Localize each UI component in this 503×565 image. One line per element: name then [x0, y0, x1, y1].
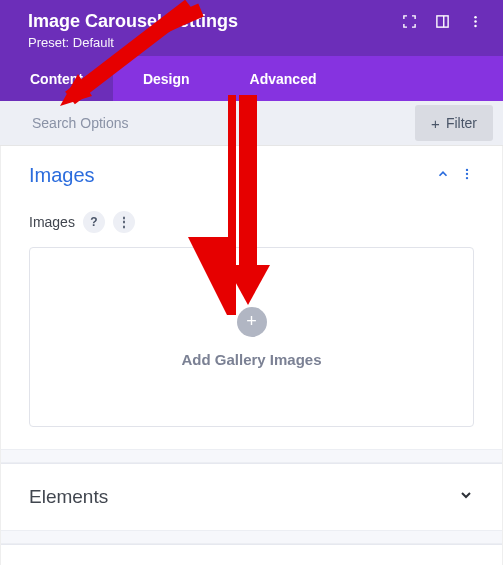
filter-label: Filter [446, 115, 477, 131]
chevron-up-icon[interactable] [436, 167, 450, 185]
plus-circle-icon: + [237, 307, 267, 337]
search-input[interactable] [0, 101, 405, 145]
field-label-images: Images [29, 214, 75, 230]
section-title-images: Images [29, 164, 436, 187]
help-icon[interactable]: ? [83, 211, 105, 233]
svg-point-2 [474, 16, 477, 19]
accordion-elements[interactable]: Elements [1, 463, 502, 530]
svg-rect-0 [437, 16, 448, 27]
tab-advanced[interactable]: Advanced [220, 56, 347, 101]
dropzone-label: Add Gallery Images [181, 351, 321, 368]
more-icon[interactable] [468, 14, 483, 29]
preset-label[interactable]: Preset: Default [28, 35, 485, 50]
add-gallery-dropzone[interactable]: + Add Gallery Images [29, 247, 474, 427]
frame-icon[interactable] [402, 14, 417, 29]
field-more-icon[interactable]: ⋮ [113, 211, 135, 233]
accordion-link[interactable]: Link [1, 544, 502, 565]
layout-icon[interactable] [435, 14, 450, 29]
accordion-title-elements: Elements [29, 486, 458, 508]
plus-icon: + [431, 116, 440, 131]
filter-button[interactable]: + Filter [415, 105, 493, 141]
tab-design[interactable]: Design [113, 56, 220, 101]
tab-content[interactable]: Content [0, 56, 113, 101]
svg-point-7 [466, 177, 468, 179]
svg-point-5 [466, 169, 468, 171]
chevron-down-icon [458, 487, 474, 507]
svg-point-4 [474, 25, 477, 28]
svg-point-6 [466, 173, 468, 175]
section-more-icon[interactable] [460, 167, 474, 185]
svg-point-3 [474, 20, 477, 23]
